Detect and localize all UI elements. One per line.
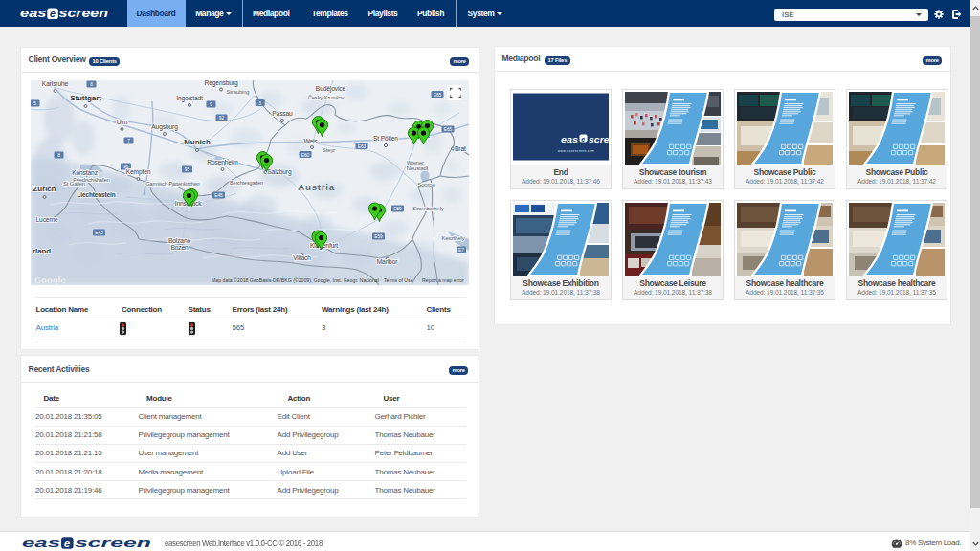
svg-text:9: 9: [210, 102, 212, 107]
svg-text:3: 3: [258, 101, 261, 106]
svg-text:Report a map error: Report a map error: [422, 277, 464, 283]
svg-text:Sopron: Sopron: [417, 182, 434, 187]
svg-text:Straubing: Straubing: [227, 89, 250, 95]
svg-text:E59: E59: [393, 207, 402, 211]
svg-text:St Pölten: St Pölten: [373, 135, 398, 142]
svg-text:www.easescreen.com: www.easescreen.com: [558, 148, 594, 152]
svg-text:eas: eas: [561, 134, 578, 143]
svg-text:Wels: Wels: [303, 138, 318, 144]
svg-text:Liechtenstein: Liechtenstein: [78, 191, 116, 198]
svg-text:Austria: Austria: [298, 182, 335, 192]
svg-text:e: e: [581, 135, 585, 142]
svg-text:Budějovice: Budějovice: [316, 85, 346, 93]
svg-text:5: 5: [33, 101, 36, 106]
svg-text:7: 7: [127, 139, 130, 143]
svg-text:Lucerne: Lucerne: [36, 216, 59, 223]
svg-text:Garmisch-Partenkirchen: Garmisch-Partenkirchen: [146, 181, 200, 187]
svg-text:e: e: [50, 8, 56, 19]
svg-text:Passau: Passau: [272, 110, 293, 117]
svg-text:E7: E7: [458, 248, 464, 253]
svg-text:Ingolstadt: Ingolstadt: [176, 95, 203, 102]
svg-text:Maribor: Maribor: [377, 258, 399, 265]
svg-text:E59: E59: [374, 234, 383, 239]
svg-text:e: e: [64, 538, 70, 549]
svg-text:eas: eas: [22, 537, 61, 549]
svg-text:8: 8: [57, 153, 60, 158]
svg-text:Keszthely: Keszthely: [441, 235, 464, 241]
svg-text:Konstanz: Konstanz: [72, 169, 98, 176]
svg-text:rland: rland: [33, 247, 51, 255]
svg-text:Český Krumlov: Český Krumlov: [308, 95, 345, 100]
svg-text:Szombathely: Szombathely: [412, 206, 444, 211]
svg-text:Stuttgart: Stuttgart: [70, 94, 101, 102]
svg-text:Terms of Use: Terms of Use: [384, 277, 413, 283]
svg-text:eas: eas: [20, 8, 47, 19]
svg-text:Augsburg: Augsburg: [151, 123, 178, 131]
svg-text:Bozen: Bozen: [170, 244, 189, 251]
svg-text:Steyr: Steyr: [323, 147, 335, 153]
svg-text:E63: E63: [358, 144, 367, 149]
svg-text:Berchtesgaden: Berchtesgaden: [230, 180, 263, 186]
svg-text:E60: E60: [301, 153, 310, 158]
svg-text:Villach: Villach: [293, 254, 311, 261]
svg-text:Brat: Brat: [455, 145, 466, 152]
svg-text:St Gallen: St Gallen: [63, 181, 85, 187]
svg-text:95: 95: [185, 167, 190, 172]
svg-text:E45: E45: [214, 193, 223, 198]
svg-text:E65: E65: [434, 93, 442, 98]
svg-text:Google: Google: [34, 276, 66, 285]
svg-text:Ulm: Ulm: [117, 119, 128, 125]
svg-text:E43: E43: [95, 231, 103, 235]
svg-text:Kempten: Kempten: [126, 168, 151, 176]
svg-text:92: 92: [219, 116, 225, 121]
svg-text:screen: screen: [589, 134, 609, 143]
svg-text:Neustadt: Neustadt: [407, 165, 429, 171]
svg-text:8: 8: [90, 82, 93, 87]
svg-text:Karlsruhe: Karlsruhe: [42, 80, 69, 87]
svg-text:screen: screen: [75, 537, 151, 549]
svg-text:Munich: Munich: [184, 138, 211, 146]
svg-text:E65: E65: [444, 127, 453, 132]
svg-text:Salzburg: Salzburg: [267, 168, 292, 176]
svg-text:Bolzano: Bolzano: [168, 237, 191, 244]
svg-text:screen: screen: [59, 8, 109, 19]
svg-text:Map data ©2018 GeoBasis-DE/BKG: Map data ©2018 GeoBasis-DE/BKG (©2009), …: [212, 277, 379, 283]
svg-text:Zürich: Zürich: [33, 185, 56, 193]
svg-text:Rosenheim: Rosenheim: [207, 159, 238, 165]
